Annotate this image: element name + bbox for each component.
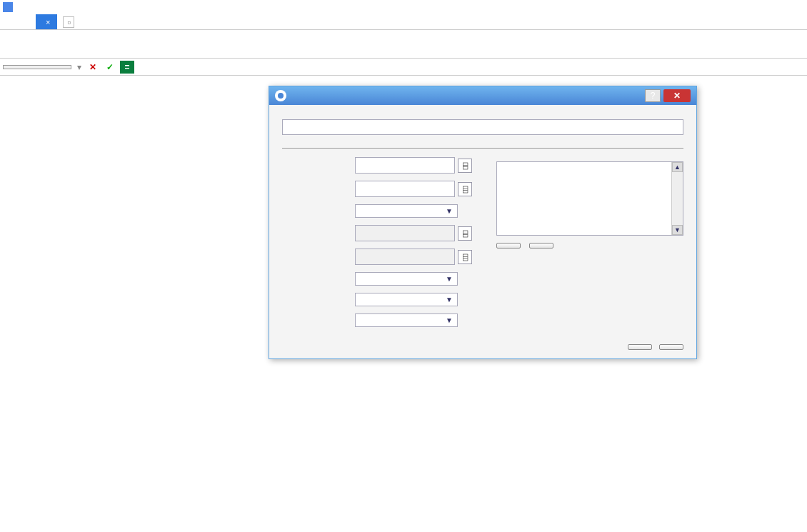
dialog-titlebar[interactable]: ? ✕ bbox=[269, 86, 696, 105]
fiscal-year-combo[interactable]: ▼ bbox=[355, 293, 458, 306]
fiscal-period-combo[interactable]: ▼ bbox=[355, 313, 458, 327]
tab-close-icon[interactable]: × bbox=[46, 18, 50, 26]
listbox-scrollbar[interactable]: ▲ ▼ bbox=[671, 162, 683, 235]
subject-code-lookup-icon[interactable]: ⌸ bbox=[458, 159, 472, 173]
dialog-icon bbox=[275, 90, 286, 101]
dialog-formula-input[interactable] bbox=[282, 119, 683, 135]
subject-to-input[interactable] bbox=[355, 181, 455, 197]
cancel-button[interactable] bbox=[659, 344, 683, 350]
project-code-input bbox=[355, 225, 455, 241]
chevron-down-icon: ▼ bbox=[446, 296, 453, 303]
new-tab-button[interactable]: ▫ bbox=[63, 16, 74, 28]
tab-active[interactable]: × bbox=[36, 14, 57, 29]
cell-reference-box[interactable] bbox=[3, 65, 71, 69]
dialog-close-button[interactable]: ✕ bbox=[663, 89, 691, 102]
tab-home[interactable] bbox=[21, 20, 36, 24]
app-icon bbox=[3, 2, 13, 12]
main-toolbar bbox=[0, 30, 807, 59]
clear-formula-button[interactable] bbox=[529, 243, 553, 249]
formula-cancel-button[interactable]: ✕ bbox=[86, 61, 100, 74]
formula-input[interactable] bbox=[136, 61, 807, 74]
project-to-lookup-icon[interactable]: ⌸ bbox=[458, 250, 472, 264]
title-bar bbox=[0, 0, 807, 14]
ok-button[interactable] bbox=[628, 344, 652, 350]
formula-bar: ▾ ✕ ✓ = bbox=[0, 59, 807, 76]
formula-wizard-dialog: ? ✕ ⌸ ⌸ bbox=[269, 86, 697, 359]
fill-formula-button[interactable] bbox=[496, 243, 521, 249]
scroll-down-icon[interactable]: ▼ bbox=[672, 225, 683, 235]
formula-equals-button[interactable]: = bbox=[120, 61, 134, 74]
subject-code-input[interactable] bbox=[355, 157, 455, 174]
document-tabs: × ▫ bbox=[0, 14, 807, 30]
currency-combo[interactable]: ▼ bbox=[355, 272, 458, 286]
subject-to-lookup-icon[interactable]: ⌸ bbox=[458, 182, 472, 196]
dialog-tabs bbox=[282, 148, 683, 149]
chevron-down-icon: ▼ bbox=[446, 275, 453, 283]
fetch-type-listbox[interactable]: ▲ ▼ bbox=[496, 161, 683, 236]
formula-accept-button[interactable]: ✓ bbox=[103, 61, 117, 74]
formula-dropdown-icon[interactable]: ▾ bbox=[74, 62, 84, 72]
project-to-input bbox=[355, 249, 455, 265]
dialog-help-button[interactable]: ? bbox=[645, 89, 661, 102]
scroll-up-icon[interactable]: ▲ bbox=[672, 162, 683, 172]
project-code-lookup-icon[interactable]: ⌸ bbox=[458, 226, 472, 241]
project-type-combo[interactable]: ▼ bbox=[355, 204, 458, 218]
chevron-down-icon: ▼ bbox=[446, 316, 453, 324]
svg-point-0 bbox=[278, 93, 284, 99]
chevron-down-icon: ▼ bbox=[446, 207, 453, 215]
